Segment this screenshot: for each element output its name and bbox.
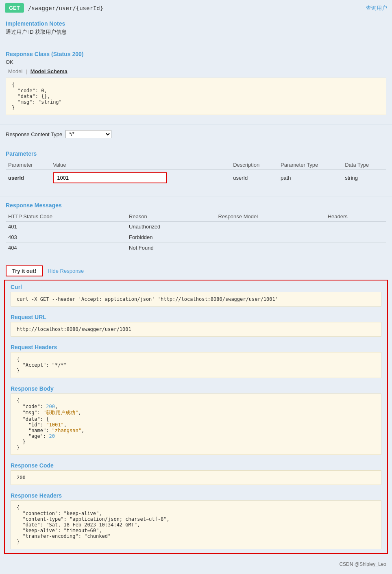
tab-model[interactable]: Model: [6, 67, 25, 75]
col-data-type: Data Type: [342, 160, 386, 170]
model-schema-code: { "code": 0, "data": {}, "msg": "string"…: [6, 78, 386, 115]
col-response-model: Response Model: [216, 212, 325, 222]
response-content-type-section: Response Content Type */* application/js…: [0, 126, 392, 146]
resp-reason: Unauthorized: [126, 222, 216, 232]
resp-reason: Not Found: [126, 243, 216, 253]
table-row: 403 Forbidden: [6, 232, 386, 243]
col-http-status: HTTP Status Code: [6, 212, 126, 222]
query-user-link[interactable]: 查询用户: [366, 4, 387, 12]
table-row: 401 Unauthorized: [6, 222, 386, 232]
response-messages-section: Response Messages HTTP Status Code Reaso…: [0, 198, 392, 262]
resp-code: 404: [6, 243, 126, 253]
table-row: 404 Not Found: [6, 243, 386, 253]
response-status-ok: OK: [6, 59, 386, 65]
model-tabs: Model | Model Schema: [6, 67, 386, 75]
implementation-notes-desc: 通过用户 ID 获取用户信息: [6, 28, 386, 36]
col-parameter: Parameter: [6, 160, 50, 170]
tab-model-schema[interactable]: Model Schema: [28, 67, 70, 75]
request-url-value: http://localhost:8080/swagger/user/1001: [11, 322, 381, 337]
parameters-table: Parameter Value Description Parameter Ty…: [6, 160, 386, 186]
endpoint-path: /swagger/user/{userId}: [28, 5, 103, 11]
page-wrapper: GET /swagger/user/{userId} 查询用户 Implemen…: [0, 0, 392, 574]
resp-headers: [325, 243, 386, 253]
param-value-input[interactable]: [53, 172, 167, 183]
request-url-title: Request URL: [5, 311, 387, 322]
response-body-content: { "code": 200, "msg": "获取用户成功", "data": …: [11, 394, 381, 455]
response-headers-content: { "connection": "keep-alive", "content-t…: [11, 500, 381, 549]
parameters-section: Parameters Parameter Value Description P…: [0, 146, 392, 194]
col-param-type: Parameter Type: [278, 160, 342, 170]
response-class-section: Response Class (Status 200) OK Model | M…: [0, 47, 392, 122]
implementation-notes-section: Implementation Notes 通过用户 ID 获取用户信息: [0, 16, 392, 43]
col-reason: Reason: [126, 212, 216, 222]
header-bar: GET /swagger/user/{userId} 查询用户: [0, 0, 392, 16]
request-headers-content: { "Accept": "*/*" }: [11, 352, 381, 378]
resp-code: 401: [6, 222, 126, 232]
response-headers-title: Response Headers: [5, 489, 387, 500]
resp-code: 403: [6, 232, 126, 243]
response-class-title: Response Class (Status 200): [6, 51, 386, 57]
col-value: Value: [50, 160, 231, 170]
param-value-cell: [50, 170, 231, 186]
curl-command: curl -X GET --header 'Accept: applicatio…: [11, 292, 381, 307]
response-content-type-row: Response Content Type */* application/js…: [6, 130, 386, 138]
table-row: userId userId path string: [6, 170, 386, 186]
resp-headers: [325, 222, 386, 232]
footer-credit: CSDN @Shipley_Leo: [0, 558, 392, 570]
resp-reason: Forbidden: [126, 232, 216, 243]
resp-model: [216, 243, 325, 253]
method-badge: GET: [5, 3, 24, 13]
response-body-title: Response Body: [5, 382, 387, 394]
response-messages-title: Response Messages: [6, 202, 386, 209]
header-left: GET /swagger/user/{userId}: [5, 3, 103, 13]
implementation-notes-title: Implementation Notes: [6, 20, 386, 27]
param-description: userId: [231, 170, 278, 186]
col-headers: Headers: [325, 212, 386, 222]
hide-response-link[interactable]: Hide Response: [48, 268, 84, 274]
curl-title: Curl: [5, 280, 387, 292]
col-description: Description: [231, 160, 278, 170]
try-it-button[interactable]: Try it out!: [6, 265, 43, 276]
response-content-type-select[interactable]: */* application/json: [65, 130, 111, 138]
response-content-type-label: Response Content Type: [6, 131, 62, 137]
request-headers-title: Request Headers: [5, 341, 387, 352]
response-code-title: Response Code: [5, 459, 387, 470]
resp-headers: [325, 232, 386, 243]
response-messages-table: HTTP Status Code Reason Response Model H…: [6, 212, 386, 253]
parameters-title: Parameters: [6, 150, 386, 157]
param-type: path: [278, 170, 342, 186]
response-outer: Curl curl -X GET --header 'Accept: appli…: [4, 280, 388, 554]
param-data-type: string: [342, 170, 386, 186]
tab-separator: |: [25, 67, 28, 75]
param-name: userId: [6, 170, 50, 186]
try-it-row: Try it out! Hide Response: [0, 262, 392, 280]
resp-model: [216, 232, 325, 243]
resp-model: [216, 222, 325, 232]
response-code-value: 200: [11, 470, 381, 485]
